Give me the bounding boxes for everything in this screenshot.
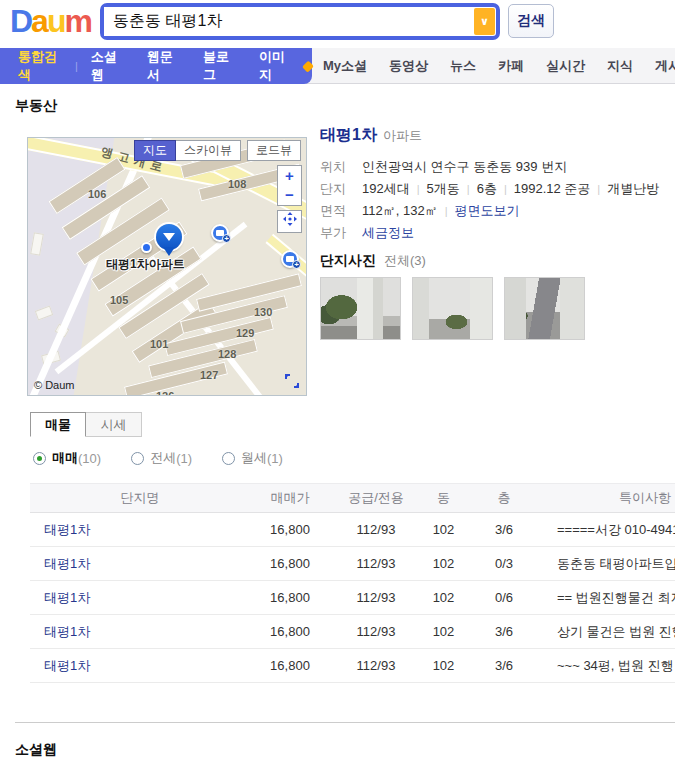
cell-floor: 0/3 [465, 547, 543, 581]
info-row-location: 위치인천광역시 연수구 동춘동 939 번지 [320, 156, 659, 178]
zoom-in-button[interactable]: + [277, 165, 302, 186]
cell-area: 112/93 [330, 581, 422, 615]
map-tab-지도[interactable]: 지도 [134, 140, 176, 161]
cell-dong: 102 [422, 615, 465, 649]
cell-name: 태평1차 [30, 581, 250, 615]
listing-filters: 매매(10)전세(1)월세(1) [33, 449, 313, 467]
info-label: 부가 [320, 222, 350, 244]
complex-photo[interactable] [504, 277, 585, 340]
filter-count: (1) [176, 451, 192, 466]
table-row: 태평1차16,800112/931023/6~~~ 34평, 법원 진행 [30, 649, 675, 683]
bus-stop-icon[interactable]: + [211, 224, 229, 242]
column-header: 단지명 [30, 484, 250, 513]
listings-table: 단지명매매가공급/전용동층특이사항 태평1차16,800112/931023/6… [30, 483, 675, 683]
map-view-tabs: 지도스카이뷰로드뷰 [134, 140, 301, 161]
map-tab-로드뷰[interactable]: 로드뷰 [247, 140, 301, 161]
nav-tab-active[interactable]: 통합검색 [0, 48, 75, 84]
tab-매물[interactable]: 매물 [30, 412, 86, 437]
floorplan-link[interactable]: 평면도보기 [455, 203, 520, 218]
nav-tab-웹문서[interactable]: 웹문서 [134, 48, 190, 84]
complex-title-link[interactable]: 태평1차 [320, 126, 377, 143]
listing-link[interactable]: 태평1차 [44, 624, 90, 639]
nav-tab-이미지[interactable]: 이미지 [246, 48, 302, 84]
nav-service-동영상[interactable]: 동영상 [378, 57, 439, 75]
map-building-number: 126 [156, 390, 174, 396]
complex-info: 위치인천광역시 연수구 동춘동 939 번지 단지192세대|5개동|6층|19… [320, 156, 659, 244]
pan-button[interactable] [277, 210, 302, 233]
nav-service-지식[interactable]: 지식 [596, 57, 644, 75]
daum-logo[interactable]: Daum [10, 3, 91, 40]
search-input[interactable] [104, 7, 474, 36]
divider: | [460, 183, 477, 195]
nav-service-실시간[interactable]: 실시간 [535, 57, 596, 75]
info-value: 5개동 [427, 181, 460, 196]
column-header: 공급/전용 [330, 484, 422, 513]
cell-floor: 3/6 [465, 615, 543, 649]
search-dropdown-button[interactable]: ∨ [474, 8, 495, 35]
nav-service-뉴스[interactable]: 뉴스 [439, 57, 487, 75]
cell-note: =====서강 010-4941-6 [543, 513, 675, 547]
complex-photo[interactable] [412, 277, 493, 340]
map-small-marker [141, 242, 152, 253]
info-value: 192세대 [362, 181, 410, 196]
listing-link[interactable]: 태평1차 [44, 522, 90, 537]
logo-letter: m [64, 3, 90, 39]
divider: | [590, 183, 607, 195]
map-tab-스카이뷰[interactable]: 스카이뷰 [176, 140, 241, 161]
filter-label: 매매 [52, 449, 78, 467]
listing-link[interactable]: 태평1차 [44, 590, 90, 605]
listing-link[interactable]: 태평1차 [44, 658, 90, 673]
info-value: 112㎡, 132㎡ [362, 203, 438, 218]
info-value: 개별난방 [607, 181, 659, 196]
radio-icon[interactable] [33, 452, 46, 465]
map[interactable]: 앵고개로 106108105101130129128127126 태평1차아파트… [27, 137, 307, 396]
cell-name: 태평1차 [30, 547, 250, 581]
filter-매매[interactable]: 매매(10) [33, 449, 101, 467]
cell-floor: 0/6 [465, 581, 543, 615]
nav-service-카페[interactable]: 카페 [487, 57, 535, 75]
radio-icon[interactable] [222, 452, 235, 465]
cell-price: 16,800 [250, 513, 330, 547]
cell-note: 동춘동 태평아파트입니 [543, 547, 675, 581]
tab-시세[interactable]: 시세 [86, 412, 142, 437]
filter-label: 전세 [150, 449, 176, 467]
table-row: 태평1차16,800112/931023/6상기 물건은 법원 진행 [30, 615, 675, 649]
nav-tab-소셜웹[interactable]: 소셜웹 [78, 48, 134, 84]
photos-count[interactable]: 전체(3) [384, 253, 426, 268]
nav-tab-블로그[interactable]: 블로그 [190, 48, 246, 84]
complex-type: 아파트 [383, 128, 422, 143]
cell-name: 태평1차 [30, 615, 250, 649]
nav-service-My소셜[interactable]: My소셜 [312, 57, 378, 75]
nav-bar: 통합검색 | 소셜웹웹문서블로그이미지 My소셜동영상뉴스카페실시간지식게시판사… [0, 48, 675, 84]
listing-link[interactable]: 태평1차 [44, 556, 90, 571]
zoom-out-button[interactable]: − [277, 185, 302, 206]
map-copyright: © Daum [34, 379, 75, 391]
cell-note: ~~~ 34평, 법원 진행 [543, 649, 675, 683]
complex-title: 태평1차아파트 [320, 125, 422, 146]
fullscreen-icon[interactable] [284, 373, 300, 389]
map-building-number: 129 [236, 327, 254, 339]
info-label: 위치 [320, 156, 350, 178]
nav-service-게시판[interactable]: 게시판 [644, 57, 675, 75]
complex-photo[interactable] [320, 277, 401, 340]
search-box: ∨ [100, 3, 500, 40]
map-pin-icon[interactable] [156, 224, 182, 250]
map-building-number: 127 [200, 369, 218, 381]
tax-info-link[interactable]: 세금정보 [362, 225, 414, 240]
cell-area: 112/93 [330, 615, 422, 649]
bus-stop-icon[interactable]: + [281, 250, 299, 268]
search-button[interactable]: 검색 [508, 4, 554, 38]
filter-count: (1) [267, 451, 283, 466]
filter-전세[interactable]: 전세(1) [131, 449, 192, 467]
photo-gallery [320, 277, 585, 340]
cell-name: 태평1차 [30, 513, 250, 547]
radio-icon[interactable] [131, 452, 144, 465]
info-row-complex: 단지192세대|5개동|6층|1992.12 준공|개별난방 [320, 178, 659, 200]
logo-letter: a [31, 3, 47, 39]
cell-dong: 102 [422, 547, 465, 581]
section-title-realestate: 부동산 [15, 97, 57, 115]
info-label: 면적 [320, 200, 350, 222]
filter-월세[interactable]: 월세(1) [222, 449, 283, 467]
photos-title-text: 단지사진 [320, 252, 376, 268]
column-header: 매매가 [250, 484, 330, 513]
